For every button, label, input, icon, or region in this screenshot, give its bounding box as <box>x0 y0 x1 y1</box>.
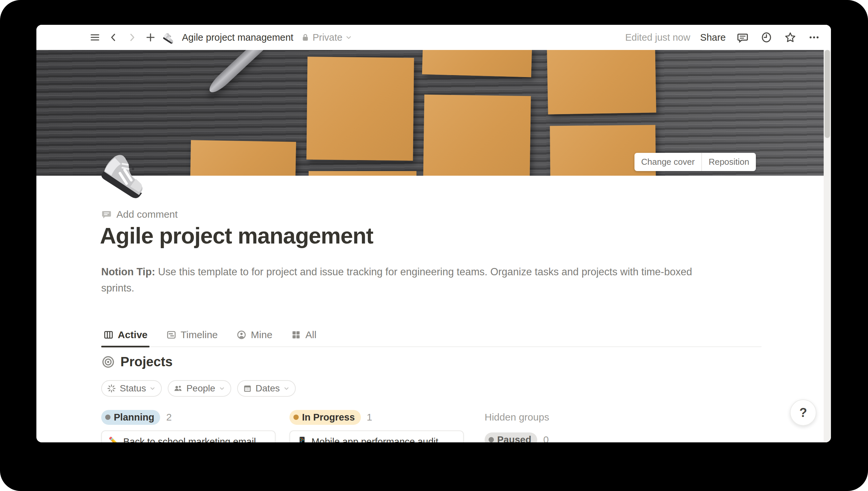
status-dot <box>105 414 111 420</box>
card-title: Back to school marketing email <box>123 436 256 442</box>
breadcrumb-page-icon[interactable] <box>162 30 176 44</box>
card-title: Mobile app performance audit <box>311 436 438 442</box>
group-header: In Progress 1 <box>290 409 464 426</box>
question-mark-icon: ? <box>799 406 807 420</box>
hidden-groups-label: Hidden groups <box>485 409 659 426</box>
filter-chips: Status People Dates <box>101 380 296 397</box>
filter-status[interactable]: Status <box>101 380 162 397</box>
scrollbar-thumb[interactable] <box>825 50 830 138</box>
tab-label: Mine <box>251 329 272 341</box>
tip-prefix: Notion Tip: <box>101 266 155 278</box>
privacy-label: Private <box>312 32 342 43</box>
project-card[interactable]: ✏️ Back to school marketing email <box>101 430 275 442</box>
chevron-down-icon <box>219 385 225 392</box>
comment-icon <box>737 31 749 44</box>
comments-button[interactable] <box>736 30 750 44</box>
tab-active[interactable]: Active <box>101 329 150 346</box>
filter-people[interactable]: People <box>168 380 231 397</box>
page-title[interactable]: Agile project management <box>100 223 373 249</box>
updates-button[interactable] <box>759 30 773 44</box>
board-columns-icon <box>103 329 114 340</box>
add-comment-label: Add comment <box>116 209 178 220</box>
board-column-in-progress: In Progress 1 📱 Mobile app performance a… <box>290 409 464 442</box>
back-button[interactable] <box>107 30 120 44</box>
project-card[interactable]: 📱 Mobile app performance audit <box>290 430 464 442</box>
group-pill-paused[interactable]: Paused <box>485 432 537 443</box>
sticky-note <box>422 50 532 78</box>
filter-label: Status <box>120 383 146 394</box>
group-name: Paused <box>497 434 531 443</box>
target-icon <box>101 355 115 369</box>
edited-status: Edited just now <box>625 32 690 43</box>
cover-buttons: Change cover Reposition <box>634 153 756 171</box>
vertical-scrollbar[interactable] <box>824 50 831 442</box>
sneaker-icon-large <box>99 147 152 198</box>
chevron-down-icon <box>283 385 290 392</box>
stylus-pen-photo <box>206 50 265 96</box>
board-title: Projects <box>120 354 173 369</box>
favorite-button[interactable] <box>783 30 797 44</box>
tip-line1: Use this template to for project and iss… <box>158 266 692 278</box>
hamburger-icon <box>89 32 100 43</box>
change-cover-button[interactable]: Change cover <box>634 153 701 171</box>
sticky-note <box>423 95 531 176</box>
new-page-button[interactable] <box>144 30 157 44</box>
star-icon <box>784 31 797 44</box>
group-count: 1 <box>367 412 372 423</box>
board-title-row: Projects <box>101 354 173 369</box>
filter-label: Dates <box>256 383 280 394</box>
more-ellipsis-icon <box>808 31 820 44</box>
lock-icon <box>301 33 310 42</box>
tab-label: All <box>305 329 316 341</box>
card-emoji-icon: 📱 <box>297 436 307 442</box>
top-toolbar: Agile project management Private Edited … <box>36 25 831 50</box>
view-tabs: Active Timeline Mine All <box>101 323 761 347</box>
sneaker-icon-small <box>163 31 175 44</box>
comment-bubble-icon <box>101 209 112 220</box>
tab-timeline[interactable]: Timeline <box>164 329 220 346</box>
plus-icon <box>145 32 156 43</box>
notion-window: Agile project management Private Edited … <box>36 25 831 442</box>
status-burst-icon <box>107 383 116 394</box>
grid-icon <box>291 329 301 340</box>
group-pill-planning[interactable]: Planning <box>101 410 160 425</box>
group-count: 0 <box>543 434 549 442</box>
group-header: Planning 2 <box>101 409 275 426</box>
page-icon-sneaker[interactable] <box>99 147 152 198</box>
group-pill-in-progress[interactable]: In Progress <box>290 410 361 425</box>
status-dot <box>293 414 299 420</box>
sticky-note <box>309 171 416 176</box>
privacy-dropdown[interactable]: Private <box>301 32 352 43</box>
tip-line2: sprints. <box>101 282 134 294</box>
help-button[interactable]: ? <box>790 399 816 426</box>
share-button[interactable]: Share <box>700 32 726 43</box>
tab-label: Timeline <box>181 329 218 341</box>
chevron-down-icon <box>149 385 156 392</box>
group-count: 2 <box>166 412 172 423</box>
add-comment-button[interactable]: Add comment <box>101 209 178 220</box>
reposition-button[interactable]: Reposition <box>701 153 756 171</box>
sticky-note <box>190 140 296 176</box>
breadcrumb-title[interactable]: Agile project management <box>182 32 293 43</box>
sticky-note <box>547 50 656 114</box>
calendar-icon <box>242 383 252 394</box>
notion-tip-paragraph: Notion Tip: Use this template to for pro… <box>101 264 740 296</box>
people-icon <box>173 383 183 394</box>
forward-button[interactable] <box>125 30 139 44</box>
group-name: Planning <box>114 412 154 423</box>
filter-dates[interactable]: Dates <box>237 380 296 397</box>
tab-mine[interactable]: Mine <box>234 329 274 346</box>
status-dot <box>488 437 494 442</box>
person-circle-icon <box>236 329 247 340</box>
more-options-button[interactable] <box>807 30 821 44</box>
board-column-planning: Planning 2 ✏️ Back to school marketing e… <box>101 409 275 442</box>
card-emoji-icon: ✏️ <box>109 436 119 442</box>
group-header: Paused 0 <box>485 431 659 442</box>
tab-all[interactable]: All <box>289 329 318 346</box>
sidebar-toggle-button[interactable] <box>88 30 102 44</box>
page-cover-image: Change cover Reposition <box>36 50 824 176</box>
filter-label: People <box>186 383 215 394</box>
board-column-hidden-groups: Hidden groups Paused 0 <box>485 409 659 442</box>
sticky-note <box>306 57 414 161</box>
back-icon <box>108 32 119 43</box>
